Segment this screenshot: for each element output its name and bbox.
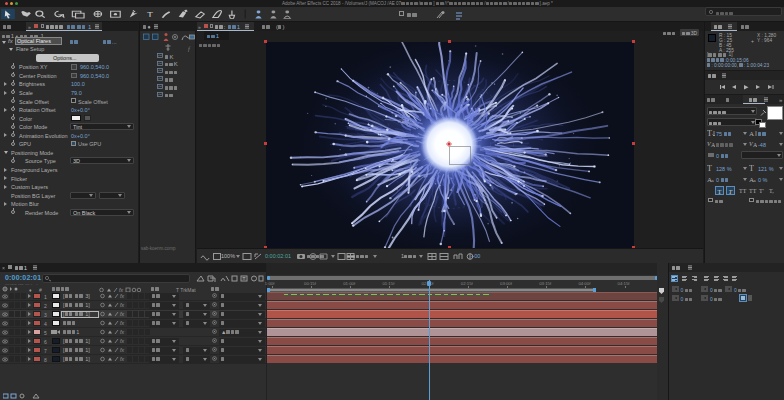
svg-text:fx: fx [120, 329, 124, 335]
svg-text:A: A [711, 142, 715, 148]
svg-text:T: T [707, 164, 712, 172]
svg-text:a: a [754, 178, 757, 183]
svg-text:fx: fx [120, 356, 124, 362]
svg-text:f: f [188, 46, 191, 52]
svg-text:fx: fx [120, 293, 124, 299]
svg-text:a: a [712, 178, 715, 183]
svg-text:fx: fx [120, 347, 124, 353]
svg-text:T: T [749, 164, 754, 172]
svg-text:fx: fx [120, 311, 124, 317]
svg-text:A: A [749, 130, 754, 137]
svg-text:fx: fx [120, 302, 124, 308]
svg-text:T: T [147, 10, 154, 19]
svg-text:T: T [707, 129, 712, 137]
svg-text:fx: fx [120, 338, 124, 344]
svg-text:A: A [753, 142, 757, 148]
svg-text:fx: fx [120, 320, 124, 326]
